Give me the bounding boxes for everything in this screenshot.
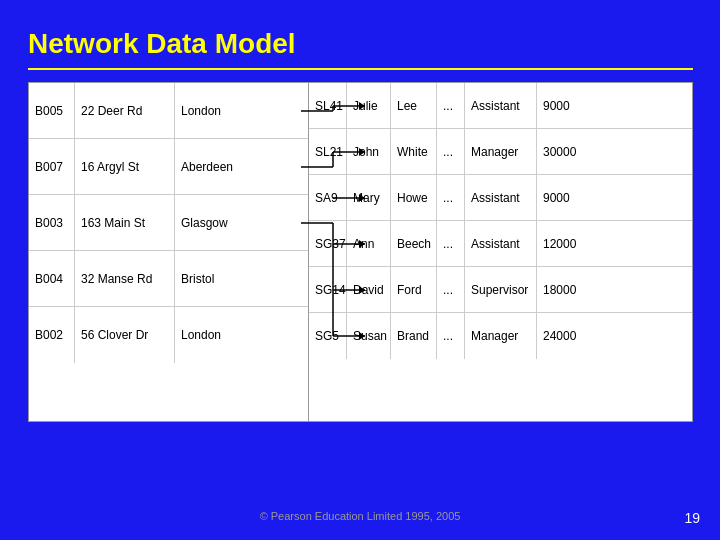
branch-id: B005 — [29, 83, 75, 138]
staff-last: Lee — [391, 83, 437, 128]
branch-address: 22 Deer Rd — [75, 83, 175, 138]
left-table-row: B004 32 Manse Rd Bristol — [29, 251, 308, 307]
branch-city: Aberdeen — [175, 139, 308, 194]
staff-dots: ... — [437, 83, 465, 128]
branch-address: 163 Main St — [75, 195, 175, 250]
svg-marker-3 — [359, 102, 365, 110]
staff-last: Howe — [391, 175, 437, 220]
svg-marker-7 — [359, 148, 365, 156]
left-table-row: B005 22 Deer Rd London — [29, 83, 308, 139]
title-underline — [28, 68, 693, 70]
footer: © Pearson Education Limited 1995, 2005 — [0, 510, 720, 522]
branch-city: Bristol — [175, 251, 308, 306]
staff-dots: ... — [437, 267, 465, 312]
staff-dots: ... — [437, 129, 465, 174]
left-table-row: B007 16 Argyl St Aberdeen — [29, 139, 308, 195]
staff-role: Supervisor — [465, 267, 537, 312]
branch-address: 32 Manse Rd — [75, 251, 175, 306]
connection-lines — [297, 83, 369, 423]
staff-dots: ... — [437, 221, 465, 266]
left-table-row: B002 56 Clover Dr London — [29, 307, 308, 363]
staff-salary: 30000 — [537, 129, 692, 174]
branch-id: B003 — [29, 195, 75, 250]
branch-city: London — [175, 83, 308, 138]
staff-role: Assistant — [465, 175, 537, 220]
staff-salary: 24000 — [537, 313, 692, 359]
copyright-text: © Pearson Education Limited 1995, 2005 — [260, 510, 461, 522]
svg-marker-15 — [359, 286, 365, 294]
staff-dots: ... — [437, 313, 465, 359]
page-title: Network Data Model — [28, 28, 296, 60]
staff-last: Beech — [391, 221, 437, 266]
staff-salary: 9000 — [537, 83, 692, 128]
staff-last: White — [391, 129, 437, 174]
left-table-row: B003 163 Main St Glasgow — [29, 195, 308, 251]
staff-role: Assistant — [465, 221, 537, 266]
staff-last: Ford — [391, 267, 437, 312]
branch-city: London — [175, 307, 308, 363]
staff-last: Brand — [391, 313, 437, 359]
staff-salary: 9000 — [537, 175, 692, 220]
svg-marker-17 — [359, 332, 365, 340]
staff-salary: 18000 — [537, 267, 692, 312]
branch-id: B007 — [29, 139, 75, 194]
staff-role: Assistant — [465, 83, 537, 128]
branch-id: B002 — [29, 307, 75, 363]
staff-role: Manager — [465, 313, 537, 359]
staff-role: Manager — [465, 129, 537, 174]
branch-id: B004 — [29, 251, 75, 306]
svg-marker-13 — [359, 240, 365, 248]
branch-address: 16 Argyl St — [75, 139, 175, 194]
slide: Network Data Model B005 22 Deer Rd Londo… — [0, 0, 720, 540]
staff-salary: 12000 — [537, 221, 692, 266]
page-number: 19 — [684, 510, 700, 526]
main-content: B005 22 Deer Rd London B007 16 Argyl St … — [28, 82, 693, 422]
branch-city: Glasgow — [175, 195, 308, 250]
staff-dots: ... — [437, 175, 465, 220]
left-table: B005 22 Deer Rd London B007 16 Argyl St … — [29, 83, 309, 421]
svg-marker-11 — [359, 194, 365, 202]
branch-address: 56 Clover Dr — [75, 307, 175, 363]
